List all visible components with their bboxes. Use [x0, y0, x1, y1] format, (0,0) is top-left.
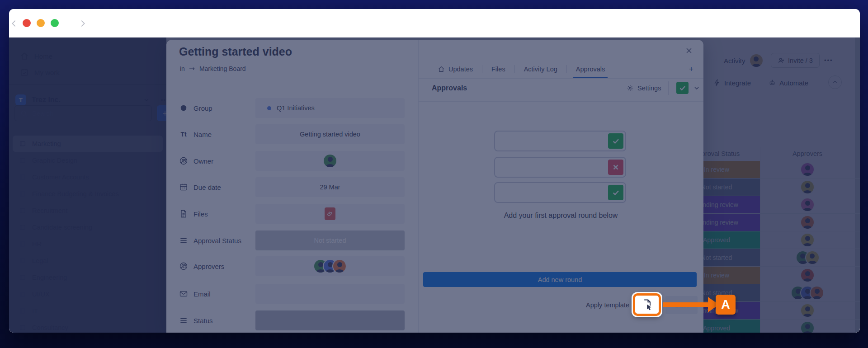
nav-forward-icon[interactable]	[78, 19, 88, 28]
annotation-arrow	[663, 302, 710, 307]
browser-toolbar	[9, 9, 860, 38]
app-body: HomeMy work T Trez Inc. ••• Search Marke…	[9, 38, 860, 333]
apply-template-button[interactable]	[633, 293, 661, 316]
annotation-badge-a: A	[716, 295, 736, 315]
window-zoom-button[interactable]	[51, 19, 59, 27]
window-close-button[interactable]	[23, 19, 31, 27]
app-window: HomeMy work T Trez Inc. ••• Search Marke…	[9, 9, 860, 333]
tutorial-dim-overlay	[9, 38, 860, 333]
nav-back-icon[interactable]	[9, 19, 19, 28]
window-minimize-button[interactable]	[37, 19, 45, 27]
